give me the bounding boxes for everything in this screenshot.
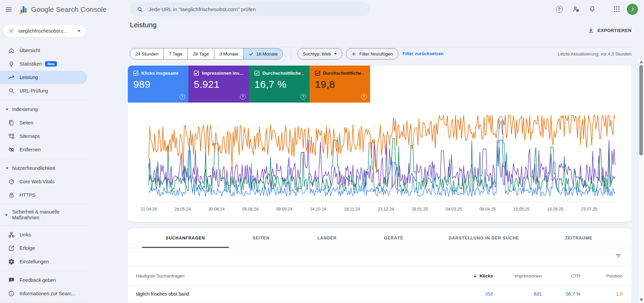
caret-right-icon [6, 214, 9, 216]
filter-separator [291, 49, 291, 58]
search-icon [137, 6, 143, 13]
help-icon[interactable]: ? [179, 94, 185, 100]
search-console-logo-icon[interactable] [17, 4, 29, 15]
tab-darstellung-in-der-suche[interactable]: DARSTELLUNG IN DER SUCHE [449, 228, 519, 248]
column-header-position[interactable]: Position [580, 273, 622, 278]
sidebar-item-seiten[interactable]: Seiten [0, 116, 87, 129]
range-button-label: 24 Stunden [135, 51, 158, 56]
range-button-label: 16 Monate [256, 51, 278, 56]
help-icon[interactable]: ? [240, 94, 246, 100]
x-axis-label: 26.05.24 [174, 207, 191, 212]
checkbox-checked-icon[interactable] [194, 71, 199, 76]
column-header-label: CTR [571, 273, 580, 278]
metric-card-value: 5.921 [194, 79, 244, 90]
sidebar-item-statistiken[interactable]: StatistikenNeu [0, 57, 87, 71]
search-type-button[interactable]: Suchtyp: Web [297, 48, 342, 60]
tab-zeitr-ume[interactable]: ZEITRÄUME [565, 228, 592, 248]
sidebar-item-label: Leistung [20, 75, 38, 80]
gear-icon [8, 258, 15, 265]
sidebar-divider [0, 271, 87, 271]
tab-seiten[interactable]: SEITEN [253, 228, 270, 248]
sidebar-item-erfolge[interactable]: Erfolge [0, 241, 87, 255]
menu-icon[interactable] [5, 6, 12, 12]
help-icon[interactable]: ? [300, 94, 306, 100]
metric-card-ctr[interactable]: Durchschnittliche …16,7 %? [249, 66, 310, 103]
query-column-header[interactable]: Häufigste Suchanfragen [136, 273, 444, 278]
scrollbar-thumb[interactable] [639, 65, 643, 155]
last-updated-text: Letzte Aktualisierung: vor 4,5 Stunden [558, 51, 632, 56]
metric-cell-position: 1,0 [580, 291, 622, 297]
table-row[interactable]: täglich frisches obst band35863156,7 %1,… [128, 286, 632, 302]
sidebar-item-feedback-geben[interactable]: Feedback geben [0, 273, 87, 287]
sidebar-item-leistung[interactable]: Leistung [0, 71, 87, 84]
tab-ger-te[interactable]: GERÄTE [384, 228, 403, 248]
x-axis-label: 09.09.24 [276, 207, 292, 212]
scroll-down-arrow-icon[interactable] [640, 299, 643, 301]
sidebar-item-label: Feedback geben [20, 277, 56, 283]
performance-line-chart[interactable] [145, 111, 619, 204]
metric-card-label: Impressionen ins… [202, 71, 244, 76]
metric-cards: Klicks insgesamt989?Impressionen ins…5.9… [128, 66, 370, 103]
range-button-7-tage[interactable]: 7 Tage [164, 48, 188, 60]
range-button-label: 7 Tage [169, 51, 182, 56]
sidebar-item-einstellungen[interactable]: Einstellungen [0, 255, 87, 268]
column-header-ctr[interactable]: CTR [542, 273, 580, 278]
metric-card-position[interactable]: Durchschnittliche …19,8? [310, 66, 370, 103]
search-icon [8, 87, 15, 94]
tab-suchanfragen[interactable]: SUCHANFRAGEN [166, 228, 205, 248]
pages-icon [8, 119, 15, 126]
sidebar-divider [0, 225, 87, 226]
help-icon[interactable]: ? [361, 94, 367, 100]
x-axis-label: 13.05.25 [513, 207, 530, 212]
sidebar-item-label: URL-Prüfung [20, 88, 48, 93]
metric-card-klicks[interactable]: Klicks insgesamt989? [128, 66, 188, 103]
performance-chart-panel: Klicks insgesamt989?Impressionen ins…5.9… [128, 66, 632, 222]
sidebar-item-sitemaps[interactable]: Sitemaps [0, 129, 87, 143]
url-inspection-searchbar[interactable] [130, 2, 370, 16]
scroll-up-arrow-icon[interactable] [640, 61, 643, 63]
date-range-segmented-control: 24 Stunden7 Tage28 Tage3 Monate16 Monate [130, 48, 283, 60]
range-button-3-monate[interactable]: 3 Monate [214, 48, 244, 60]
apps-grid-icon[interactable] [611, 3, 622, 15]
table-filter-icon[interactable] [615, 252, 622, 260]
checkbox-checked-icon[interactable] [133, 71, 138, 76]
sidebar-item-label: Statistiken [20, 61, 42, 67]
sidebar-item-bersicht[interactable]: Übersicht [0, 44, 87, 57]
reset-filters-link[interactable]: Filter zurücksetzen [402, 51, 443, 56]
notifications-bell-icon[interactable] [586, 3, 598, 15]
sidebar-item-label: Informationen zur Searc... [20, 291, 76, 296]
tab-l-nder[interactable]: LÄNDER [317, 228, 336, 248]
url-search-input[interactable] [148, 6, 363, 13]
range-button-28-tage[interactable]: 28 Tage [187, 48, 214, 60]
sidebar-item-https[interactable]: HTTPS [0, 188, 87, 202]
metric-card-header: Durchschnittliche … [254, 71, 304, 76]
page-title: Leistung [130, 21, 156, 29]
sidebar-item-entfernen[interactable]: Entfernen [0, 143, 87, 156]
sidebar-item-core-web-vitals[interactable]: Core Web Vitals [0, 175, 87, 188]
chevron-down-icon [334, 53, 337, 55]
export-button[interactable]: EXPORTIEREN [587, 27, 632, 34]
manage-accounts-icon[interactable] [570, 3, 582, 15]
add-filter-button[interactable]: Filter hinzufügen [346, 48, 398, 60]
trending-icon [8, 74, 15, 81]
column-header-impressionen[interactable]: Impressionen [493, 273, 542, 278]
sidebar-section-nutzerfreundlichkeit[interactable]: Nutzerfreundlichkeit [0, 161, 87, 175]
sidebar-item-url-pr-fung[interactable]: URL-Prüfung [0, 84, 87, 98]
x-axis-label: 05.08.24 [242, 207, 259, 212]
range-button-24-stunden[interactable]: 24 Stunden [130, 48, 164, 60]
sidebar-section-indexierung[interactable]: Indexierung [0, 103, 87, 116]
column-header-klicks[interactable]: Klicks [444, 273, 493, 278]
checkbox-checked-icon[interactable] [254, 71, 259, 76]
range-button-16-monate[interactable]: 16 Monate [243, 48, 283, 60]
launch-icon [8, 245, 15, 252]
property-selector[interactable]: taeglichfrischesobst.c... [3, 24, 86, 38]
sidebar-section-sicherheit-manuelle-ma-nahmen[interactable]: Sicherheit & manuelle Maßnahmen [0, 207, 87, 223]
metric-cell-ctr: 56,7 % [542, 291, 580, 297]
avatar[interactable]: J [627, 4, 638, 15]
sidebar-item-informationen-zur-searc[interactable]: Informationen zur Searc... [0, 287, 87, 300]
metric-card-impressionen[interactable]: Impressionen ins…5.921? [188, 66, 249, 103]
sidebar-item-links[interactable]: Links [0, 228, 87, 241]
checkbox-checked-icon[interactable] [315, 71, 320, 76]
help-icon[interactable]: ? [553, 3, 565, 15]
sidebar-item-label: Übersicht [20, 48, 40, 53]
